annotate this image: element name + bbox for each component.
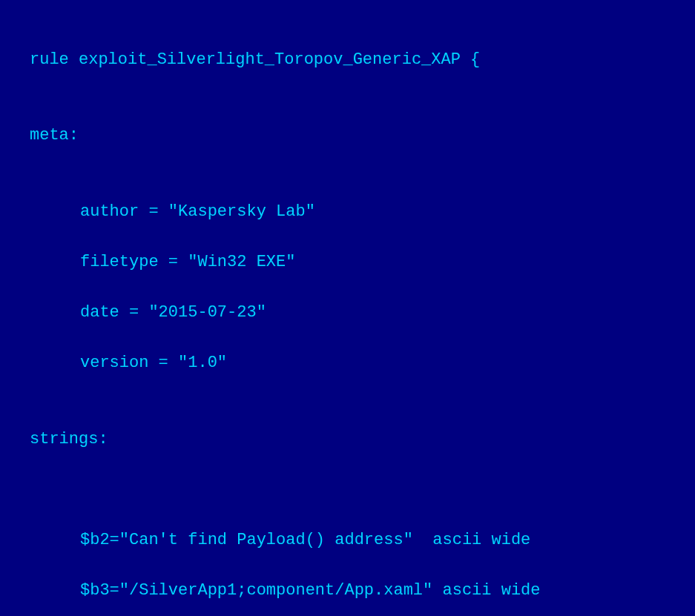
strings-section-header: strings: [30,427,665,452]
string-b2: $b2="Can't find Payload() address" ascii… [30,528,665,553]
string-b3: $b3="/SilverApp1;component/App.xaml" asc… [30,578,665,603]
meta-filetype: filetype = "Win32 EXE" [30,250,665,275]
meta-version: version = "1.0" [30,351,665,376]
yara-rule-code: rule exploit_Silverlight_Toropov_Generic… [30,22,665,616]
meta-section-header: meta: [30,123,665,148]
rule-declaration: rule exploit_Silverlight_Toropov_Generic… [30,47,665,73]
meta-author: author = "Kaspersky Lab" [30,199,665,225]
meta-date: date = "2015-07-23" [30,300,665,325]
